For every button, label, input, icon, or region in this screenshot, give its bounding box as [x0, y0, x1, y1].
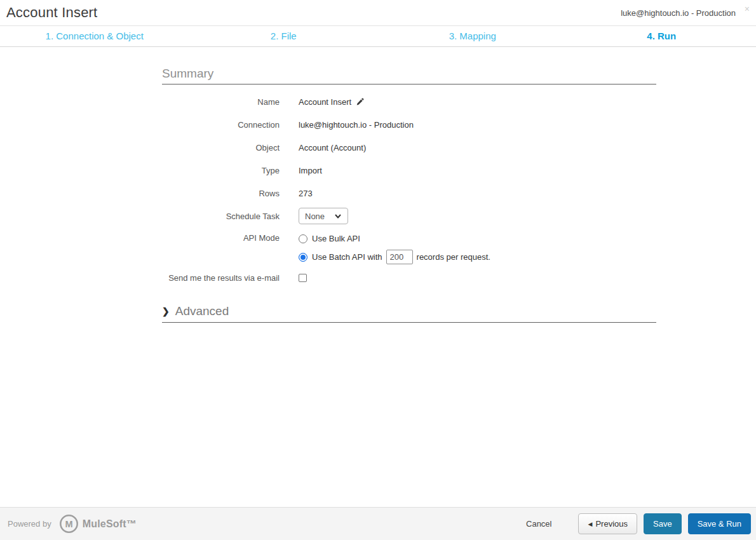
email-results-label: Send me the results via e-mail — [162, 273, 280, 283]
bulk-api-option: Use Bulk API — [299, 229, 490, 248]
object-label: Object — [162, 143, 280, 152]
name-label: Name — [162, 97, 280, 107]
name-value: Account Insert — [299, 97, 351, 107]
header: Account Insert luke@hightouch.io - Produ… — [0, 0, 756, 26]
chevron-right-icon: ❯ — [162, 306, 170, 316]
type-value: Import — [299, 166, 322, 175]
advanced-section-toggle[interactable]: ❯ Advanced — [162, 304, 656, 323]
row-rows: Rows 273 — [162, 182, 656, 205]
batch-api-option-prefix: Use Batch API with — [312, 252, 382, 262]
row-schedule-task: Schedule Task None — [162, 205, 656, 227]
tab-file[interactable]: 2. File — [189, 26, 379, 46]
previous-button-label: Previous — [595, 519, 628, 529]
previous-button[interactable]: ◀ Previous — [578, 513, 637, 534]
row-object: Object Account (Account) — [162, 136, 656, 159]
tab-connection-object[interactable]: 1. Connection & Object — [0, 26, 189, 46]
row-api-mode: API Mode Use Bulk API Use Batch API with… — [162, 227, 656, 266]
close-icon[interactable]: × — [745, 4, 750, 13]
batch-api-option-suffix: records per request. — [417, 252, 490, 262]
connection-indicator: luke@hightouch.io - Production — [621, 8, 736, 18]
advanced-label: Advanced — [175, 304, 229, 318]
connection-label: Connection — [162, 120, 280, 130]
previous-arrow-icon: ◀ — [588, 521, 592, 527]
rows-label: Rows — [162, 189, 280, 198]
type-label: Type — [162, 166, 280, 175]
row-email-results: Send me the results via e-mail — [162, 266, 656, 289]
email-results-checkbox[interactable] — [299, 274, 307, 282]
batch-api-radio[interactable] — [299, 253, 307, 262]
bulk-api-option-label: Use Bulk API — [312, 234, 360, 243]
save-and-run-button[interactable]: Save & Run — [688, 513, 751, 534]
powered-by-text: Powered by — [8, 519, 51, 529]
schedule-task-selected-value: None — [305, 212, 325, 221]
schedule-task-label: Schedule Task — [162, 212, 280, 221]
page-title: Account Insert — [6, 4, 97, 21]
svg-text:M: M — [65, 519, 72, 529]
footer-actions: Cancel ◀ Previous Save Save & Run — [526, 513, 751, 534]
row-name: Name Account Insert — [162, 90, 656, 113]
bulk-api-radio[interactable] — [299, 234, 307, 243]
mulesoft-logo: M — [59, 514, 79, 534]
brand-name: MuleSoft™ — [83, 518, 137, 530]
row-connection: Connection luke@hightouch.io - Productio… — [162, 113, 656, 136]
object-value: Account (Account) — [299, 143, 366, 152]
cancel-button[interactable]: Cancel — [526, 519, 551, 529]
api-mode-label: API Mode — [162, 227, 280, 243]
chevron-down-icon — [335, 214, 341, 219]
summary-heading: Summary — [162, 47, 656, 84]
tab-run[interactable]: 4. Run — [567, 26, 756, 46]
powered-by: Powered by M MuleSoft™ — [8, 514, 137, 534]
connection-value: luke@hightouch.io - Production — [299, 120, 414, 130]
batch-size-input[interactable] — [386, 250, 413, 264]
run-summary-panel: Summary Name Account Insert Connection l… — [162, 47, 656, 323]
wizard-tabs: 1. Connection & Object 2. File 3. Mappin… — [0, 26, 756, 47]
save-button[interactable]: Save — [644, 513, 682, 534]
schedule-task-select[interactable]: None — [299, 208, 348, 224]
batch-api-option: Use Batch API with records per request. — [299, 248, 490, 266]
tab-mapping[interactable]: 3. Mapping — [378, 26, 567, 46]
footer: Powered by M MuleSoft™ Cancel ◀ Previous… — [0, 507, 756, 540]
pencil-icon[interactable] — [356, 98, 364, 106]
row-type: Type Import — [162, 159, 656, 182]
rows-value: 273 — [299, 189, 313, 198]
